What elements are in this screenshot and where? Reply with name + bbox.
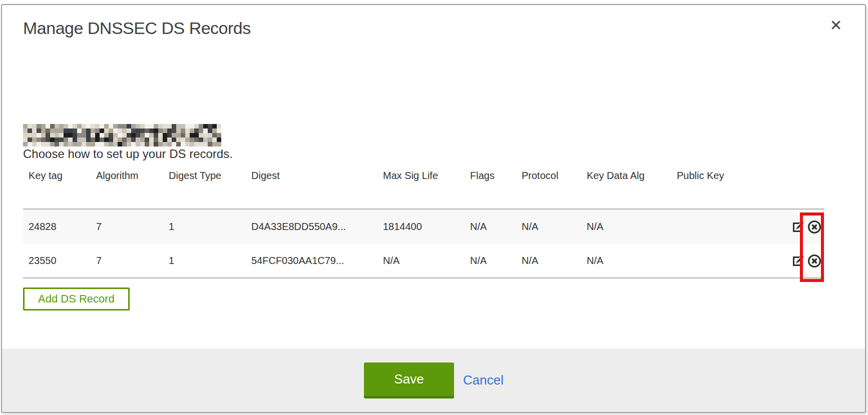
close-icon[interactable]: ✕ [823,12,849,38]
header-algorithm: Algorithm [91,170,163,182]
x-circle-icon [807,220,822,234]
header-key-data-alg: Key Data Alg [581,170,671,182]
header-public-key: Public Key [671,170,776,182]
cell-digest-type: 1 [163,255,246,266]
cell-max-sig-life: 1814400 [377,221,465,232]
x-circle-icon [807,254,822,268]
cell-protocol: N/A [516,255,581,266]
delete-record-icon[interactable] [807,220,822,234]
cell-flags: N/A [465,255,516,266]
cell-digest: D4A33E8DD550A9... [246,221,377,232]
redacted-domain [23,124,221,146]
cancel-link[interactable]: Cancel [463,372,504,388]
header-key-tag: Key tag [23,170,91,182]
cell-key-data-alg: N/A [581,255,671,266]
cell-digest: 54FCF030AA1C79... [246,255,377,266]
cell-digest-type: 1 [163,221,246,232]
pencil-square-icon [792,254,805,268]
cell-flags: N/A [465,221,516,232]
header-max-sig-life: Max Sig Life [377,170,465,182]
table-row: 24828 7 1 D4A33E8DD550A9... 1814400 N/A … [23,210,824,244]
add-ds-record-button[interactable]: Add DS Record [23,288,130,310]
table-header-row: Key tag Algorithm Digest Type Digest Max… [23,166,824,210]
manage-dnssec-dialog: Manage DNSSEC DS Records ✕ Choose how to… [1,4,866,413]
ds-records-table: Key tag Algorithm Digest Type Digest Max… [23,166,824,278]
header-digest-type: Digest Type [163,170,246,182]
header-flags: Flags [465,170,516,182]
cell-protocol: N/A [516,221,581,232]
cell-actions [776,220,824,234]
cell-key-tag: 24828 [23,221,91,232]
header-protocol: Protocol [516,170,581,182]
delete-record-icon[interactable] [807,254,822,268]
instruction-text: Choose how to set up your DS records. [23,147,233,161]
cell-key-data-alg: N/A [581,221,671,232]
cell-algorithm: 7 [91,221,163,232]
cell-algorithm: 7 [91,255,163,266]
cell-max-sig-life: N/A [377,255,465,266]
edit-record-icon[interactable] [791,220,806,234]
cell-key-tag: 23550 [23,255,91,266]
dialog-title: Manage DNSSEC DS Records [23,18,251,38]
pencil-square-icon [792,220,805,234]
edit-record-icon[interactable] [791,254,806,268]
save-button[interactable]: Save [364,362,454,398]
table-row: 23550 7 1 54FCF030AA1C79... N/A N/A N/A … [23,244,824,278]
dialog-footer: Save Cancel [2,348,865,412]
cell-actions [776,254,824,268]
header-digest: Digest [246,170,377,182]
